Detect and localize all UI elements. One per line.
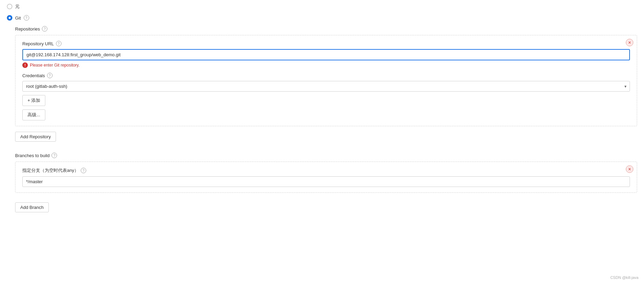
repo-url-input[interactable] [22,49,630,60]
git-label: Git [15,15,21,21]
add-credentials-row: + 添加 [22,95,630,106]
branch-card: × 指定分支（为空时代表any） ? [15,162,637,193]
git-help-icon[interactable]: ? [24,15,29,21]
credentials-help-icon[interactable]: ? [47,73,53,78]
credentials-select[interactable]: root (gitlab-auth-ssh) [22,81,630,92]
branches-section: Branches to build ? × 指定分支（为空时代表any） ? A… [7,153,637,212]
add-branch-button[interactable]: Add Branch [15,202,49,212]
add-credentials-label: + 添加 [27,97,40,104]
branches-help-icon[interactable]: ? [52,153,57,158]
repo-url-help-icon[interactable]: ? [56,41,61,46]
branch-input[interactable] [22,176,630,187]
add-branch-label: Add Branch [20,205,44,210]
repositories-label-row: Repositories ? [15,26,637,32]
radio-git-row: Git ? [7,15,637,21]
repositories-section: Repositories ? × Repository URL ? ! Plea… [15,26,637,149]
branch-field-label: 指定分支（为空时代表any） ? [22,167,630,174]
repo-url-error: ! Please enter Git repository. [22,62,630,68]
add-repository-label: Add Repository [20,134,51,139]
add-repository-button[interactable]: Add Repository [15,132,56,142]
error-text: Please enter Git repository. [30,63,80,68]
close-branch-button[interactable]: × [626,165,633,173]
branch-label: 指定分支（为空时代表any） [22,167,79,174]
advanced-label: 高级... [27,112,40,118]
add-credentials-button[interactable]: + 添加 [22,95,45,106]
repository-card: × Repository URL ? ! Please enter Git re… [15,35,637,126]
repo-url-field-label: Repository URL ? [22,41,630,46]
credentials-label: Credentials [22,73,45,78]
advanced-button[interactable]: 高级... [22,109,45,120]
radio-yuan-row: 元 [7,3,637,10]
repo-url-label: Repository URL [22,41,54,46]
credentials-select-wrapper: root (gitlab-auth-ssh) ▾ [22,81,630,92]
close-repository-button[interactable]: × [626,39,633,46]
credentials-field-label: Credentials ? [22,73,630,78]
advanced-row: 高级... [22,109,630,120]
repositories-help-icon[interactable]: ? [42,26,47,32]
error-icon: ! [22,62,28,68]
branches-label-row: Branches to build ? [15,153,637,158]
radio-git[interactable] [7,15,12,21]
radio-yuan[interactable] [7,4,12,9]
branch-help-icon[interactable]: ? [81,168,86,173]
repositories-label: Repositories [15,26,40,32]
yuan-label: 元 [15,3,20,10]
branches-label: Branches to build [15,153,49,158]
